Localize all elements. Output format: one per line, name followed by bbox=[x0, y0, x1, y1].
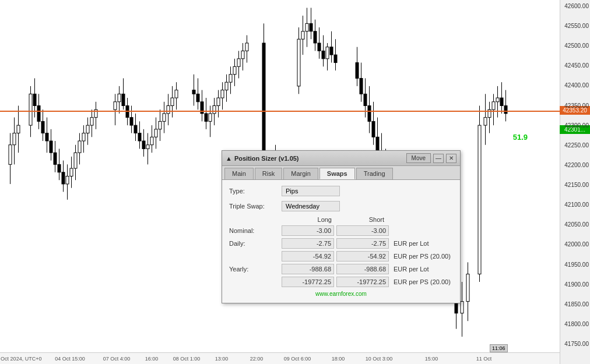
dialog-body: Type: Pips Triple Swap: Wednesday Long S… bbox=[222, 180, 460, 303]
daily-ps-unit: EUR per PS (20.00) bbox=[394, 253, 451, 260]
time-label: 16:00 bbox=[145, 356, 159, 362]
move-button[interactable]: Move bbox=[406, 153, 431, 163]
time-label: 07 Oct 4:00 bbox=[103, 356, 131, 362]
tab-margin[interactable]: Margin bbox=[283, 168, 318, 179]
daily-long: -2.75 bbox=[282, 238, 334, 249]
price-axis-label: 42150.00 bbox=[564, 182, 589, 188]
yearly-ps-long: -19772.25 bbox=[282, 277, 334, 287]
dialog-title-text: Position Sizer (v1.05) bbox=[234, 155, 299, 162]
time-label: 03 Oct 2024, UTC+0 bbox=[0, 356, 41, 362]
price-diff-text: 51.9 bbox=[513, 133, 528, 142]
yearly-long: -988.68 bbox=[282, 264, 334, 274]
nominal-label: Nominal: bbox=[229, 227, 282, 234]
daily-ps-short: -54.92 bbox=[336, 251, 389, 261]
daily-row: Daily: -2.75 -2.75 EUR per Lot bbox=[229, 238, 453, 249]
daily-ps-long: -54.92 bbox=[282, 251, 334, 261]
col-header-short: Short bbox=[334, 216, 387, 223]
price-axis-label: 42400.00 bbox=[564, 82, 589, 89]
time-label: 11 Oct bbox=[476, 356, 492, 362]
daily-label: Daily: bbox=[229, 240, 282, 247]
yearly-row: Yearly: -988.68 -988.68 EUR per Lot bbox=[229, 264, 453, 274]
time-axis: 03 Oct 2024, UTC+004 Oct 15:0007 Oct 4:0… bbox=[0, 352, 560, 364]
time-label: 10 Oct 3:00 bbox=[366, 356, 393, 362]
price-axis-label: 42450.00 bbox=[564, 62, 589, 69]
yearly-ps-row: -19772.25 -19772.25 EUR per PS (20.00) bbox=[229, 277, 453, 287]
tab-main[interactable]: Main bbox=[224, 168, 254, 179]
tab-risk[interactable]: Risk bbox=[255, 168, 282, 179]
dialog-tabs: Main Risk Margin Swaps Trading bbox=[222, 166, 460, 180]
footer-link[interactable]: www.earnforex.com bbox=[229, 291, 453, 297]
price-axis-label: 42100.00 bbox=[564, 202, 589, 208]
price-axis-label: 42350.00 bbox=[564, 103, 589, 109]
daily-short: -2.75 bbox=[336, 238, 389, 249]
price-axis-label: 42550.00 bbox=[564, 23, 589, 29]
tab-swaps[interactable]: Swaps bbox=[319, 168, 355, 179]
type-row: Type: Pips bbox=[229, 186, 453, 196]
triple-swap-label: Triple Swap: bbox=[229, 203, 282, 210]
price-axis-label: 41950.00 bbox=[564, 261, 589, 268]
yearly-unit: EUR per Lot bbox=[394, 266, 429, 273]
price-axis-label: 42500.00 bbox=[564, 43, 589, 49]
time-label: 15:00 bbox=[425, 356, 438, 362]
dialog-titlebar: ▲ Position Sizer (v1.05) Move — ✕ bbox=[222, 151, 460, 166]
time-badge: 11:06 bbox=[490, 344, 508, 352]
yearly-ps-short: -19772.25 bbox=[336, 277, 389, 287]
price-axis-label: 42600.00 bbox=[564, 3, 589, 9]
time-label: 09 Oct 6:00 bbox=[284, 356, 311, 362]
column-headers: Long Short bbox=[229, 216, 453, 223]
yearly-label: Yearly: bbox=[229, 266, 282, 273]
time-label: 13:00 bbox=[215, 356, 229, 362]
price-axis-label: 42000.00 bbox=[564, 241, 589, 248]
tab-trading[interactable]: Trading bbox=[356, 168, 393, 179]
type-label: Type: bbox=[229, 188, 282, 195]
yearly-short: -988.68 bbox=[336, 264, 389, 274]
price-axis-label: 42050.00 bbox=[564, 221, 589, 228]
yearly-ps-unit: EUR per PS (20.00) bbox=[394, 278, 451, 285]
nominal-long: -3.00 bbox=[282, 225, 334, 236]
nominal-row: Nominal: -3.00 -3.00 bbox=[229, 225, 453, 236]
triple-swap-value: Wednesday bbox=[282, 201, 340, 211]
price-axis-label: 42200.00 bbox=[564, 162, 589, 168]
price-axis-label: 41750.00 bbox=[564, 341, 589, 347]
time-label: 08 Oct 1:00 bbox=[173, 356, 201, 362]
dialog-title: ▲ Position Sizer (v1.05) bbox=[226, 155, 299, 162]
price-axis-label: 41850.00 bbox=[564, 301, 589, 308]
dialog-controls: Move — ✕ bbox=[406, 153, 456, 163]
type-value: Pips bbox=[282, 186, 340, 196]
nominal-short: -3.00 bbox=[336, 225, 389, 236]
price-axis-label: 41800.00 bbox=[564, 321, 589, 327]
position-sizer-dialog: ▲ Position Sizer (v1.05) Move — ✕ Main R… bbox=[222, 150, 461, 303]
close-button[interactable]: ✕ bbox=[446, 154, 456, 163]
price-axis: 42353.2042301...42600.0042550.0042500.00… bbox=[560, 0, 590, 364]
time-label: 18:00 bbox=[332, 356, 345, 362]
minimize-button[interactable]: — bbox=[433, 154, 444, 163]
daily-unit: EUR per Lot bbox=[394, 240, 429, 247]
title-icon: ▲ bbox=[226, 155, 232, 162]
triple-swap-row: Triple Swap: Wednesday bbox=[229, 201, 453, 211]
horizontal-price-line bbox=[0, 111, 560, 112]
price-axis-label: 42300.00 bbox=[564, 122, 589, 129]
daily-ps-row: -54.92 -54.92 EUR per PS (20.00) bbox=[229, 251, 453, 261]
price-axis-label: 41900.00 bbox=[564, 281, 589, 288]
time-label: 04 Oct 15:00 bbox=[55, 356, 85, 362]
time-label: 22:00 bbox=[250, 356, 264, 362]
price-axis-label: 42250.00 bbox=[564, 142, 589, 149]
col-header-long: Long bbox=[282, 216, 334, 223]
